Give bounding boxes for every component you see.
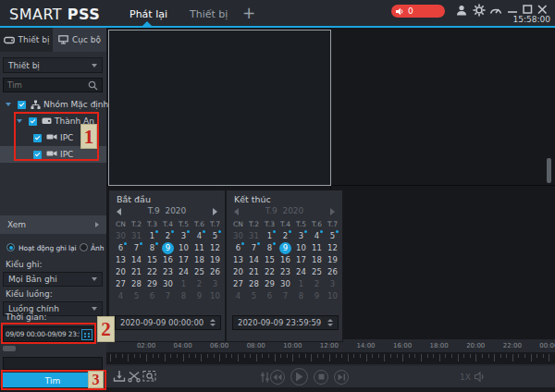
calendar-day[interactable]: 14 — [129, 254, 144, 266]
calendar-day[interactable]: 10 — [293, 242, 309, 254]
calendar-day-selected[interactable]: 9 — [160, 242, 176, 254]
tab-devices[interactable]: Thiết bị — [190, 8, 228, 20]
calendar-day[interactable]: 24 — [293, 266, 309, 278]
calendar-day[interactable]: 4 — [309, 230, 325, 242]
calendar-day[interactable]: 15 — [144, 254, 160, 266]
calendar-day[interactable]: 2 — [160, 230, 176, 242]
scrollbar-thumb[interactable] — [547, 158, 551, 183]
keyword-input[interactable] — [3, 357, 103, 370]
calendar-day[interactable]: 1 — [293, 278, 309, 290]
calendar-day[interactable]: 23 — [278, 266, 293, 278]
search-input[interactable] — [4, 80, 88, 90]
calendar-day[interactable]: 9 — [309, 290, 325, 302]
calendar-day[interactable]: 2 — [191, 278, 207, 290]
calendar-day[interactable]: 30 — [113, 230, 129, 242]
calendar-day[interactable]: 13 — [113, 254, 129, 266]
calendar-day[interactable]: 1 — [144, 230, 160, 242]
spinner-up-icon[interactable] — [327, 319, 333, 322]
calendar-day[interactable]: 30 — [160, 278, 176, 290]
calendar-day[interactable]: 6 — [144, 290, 160, 302]
panel-tab-device[interactable]: Thiết bị — [0, 28, 53, 52]
next-month-icon[interactable] — [330, 208, 335, 215]
calendar-day[interactable]: 20 — [113, 266, 129, 278]
calendar-day[interactable]: 28 — [246, 278, 262, 290]
calendar-day[interactable]: 5 — [246, 290, 262, 302]
calendar-day[interactable]: 30 — [278, 278, 293, 290]
calendar-day[interactable]: 22 — [144, 266, 160, 278]
calendar-day[interactable]: 3 — [176, 230, 191, 242]
expand-arrow-icon[interactable] — [6, 103, 11, 106]
calendar-day[interactable]: 8 — [262, 242, 278, 254]
tune-icon[interactable] — [260, 372, 270, 383]
calendar-day[interactable]: 3 — [325, 278, 340, 290]
spinner-down-icon[interactable] — [210, 324, 216, 326]
calendar-day[interactable]: 21 — [129, 266, 144, 278]
prev-month-icon[interactable] — [234, 208, 239, 215]
calendar-day[interactable]: 12 — [207, 242, 223, 254]
calendar-day[interactable]: 8 — [176, 290, 191, 302]
calendar-day[interactable]: 16 — [160, 254, 176, 266]
source-dropdown[interactable]: Thiết bị — [3, 57, 103, 73]
calendar-day[interactable]: 14 — [246, 254, 262, 266]
calendar-day[interactable]: 11 — [309, 242, 325, 254]
calendar-day[interactable]: 16 — [278, 254, 293, 266]
volume-icon[interactable] — [475, 372, 486, 382]
calendar-day[interactable]: 1 — [176, 278, 191, 290]
calendar-day[interactable]: 21 — [246, 266, 262, 278]
calendar-day[interactable]: 2 — [278, 230, 293, 242]
spinner-up-icon[interactable] — [210, 319, 216, 322]
calendar-day[interactable]: 26 — [207, 266, 223, 278]
calendar-day[interactable]: 2 — [309, 278, 325, 290]
calendar-day[interactable]: 5 — [325, 230, 340, 242]
record-type-dropdown[interactable]: Mọi Bản ghi — [3, 272, 103, 287]
view-section-header[interactable]: Xem — [0, 215, 106, 234]
playback-speed[interactable]: 1X — [460, 373, 471, 382]
calendar-day[interactable]: 6 — [262, 290, 278, 302]
checkbox-checked[interactable] — [18, 101, 26, 109]
timeline-ruler[interactable] — [106, 352, 555, 364]
calendar-day[interactable]: 7 — [129, 242, 144, 254]
next-month-icon[interactable] — [213, 208, 217, 215]
calendar-day[interactable]: 25 — [309, 266, 325, 278]
calendar-day[interactable]: 5 — [129, 290, 144, 302]
calendar-day[interactable]: 8 — [293, 290, 309, 302]
add-tab-button[interactable]: + — [242, 4, 255, 22]
calendar-day[interactable]: 1 — [262, 230, 278, 242]
calendar-day[interactable]: 11 — [191, 242, 207, 254]
smart-search-icon[interactable] — [142, 370, 157, 383]
calendar-day[interactable]: 7 — [246, 242, 262, 254]
tree-item-default-group[interactable]: Nhóm Mặc định — [0, 96, 106, 113]
calendar-day[interactable]: 7 — [278, 290, 293, 302]
calendar-day[interactable]: 13 — [230, 254, 246, 266]
calendar-day[interactable]: 3 — [207, 278, 223, 290]
calendar-day[interactable]: 20 — [230, 266, 246, 278]
calendar-day[interactable]: 26 — [325, 266, 340, 278]
calendar-day[interactable]: 19 — [325, 254, 340, 266]
next-frame-button[interactable] — [334, 370, 349, 385]
calendar-day[interactable]: 31 — [246, 230, 262, 242]
gear-icon[interactable] — [473, 4, 486, 17]
calendar-day[interactable]: 23 — [160, 266, 176, 278]
calendar-day[interactable]: 10 — [207, 290, 223, 302]
tab-playback[interactable]: Phát lại — [130, 8, 167, 20]
calendar-day[interactable]: 15 — [262, 254, 278, 266]
search-icon[interactable] — [88, 80, 98, 91]
calendar-day[interactable]: 31 — [129, 230, 144, 242]
calendar-day[interactable]: 18 — [309, 254, 325, 266]
calendar-day[interactable]: 3 — [293, 230, 309, 242]
calendar-day[interactable]: 28 — [129, 278, 144, 290]
calendar-day[interactable]: 25 — [191, 266, 207, 278]
alarm-counter-badge[interactable]: 0 — [391, 5, 445, 18]
calendar-day[interactable]: 29 — [262, 278, 278, 290]
calendar-day[interactable]: 6 — [230, 242, 246, 254]
radio-picture[interactable] — [80, 243, 88, 251]
clip-scissors-icon[interactable] — [128, 370, 141, 383]
calendar-day[interactable]: 29 — [144, 278, 160, 290]
calendar-day[interactable]: 17 — [293, 254, 309, 266]
calendar-day[interactable]: 7 — [160, 290, 176, 302]
calendar-day[interactable]: 24 — [176, 266, 191, 278]
spinner-down-icon[interactable] — [327, 324, 333, 326]
dashboard-gauge-icon[interactable] — [489, 4, 502, 17]
radio-record[interactable] — [6, 243, 15, 251]
calendar-day[interactable]: 18 — [191, 254, 207, 266]
